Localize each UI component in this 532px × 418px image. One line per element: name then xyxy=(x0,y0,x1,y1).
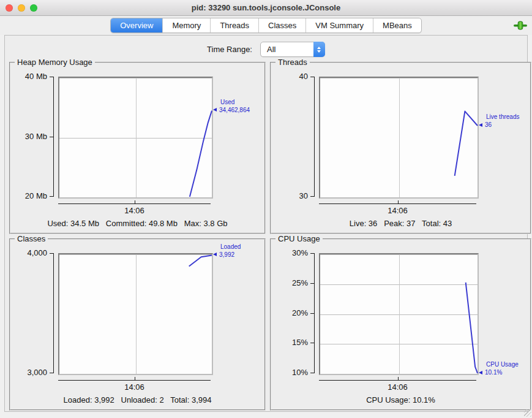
plot-area xyxy=(319,77,479,199)
y-tick xyxy=(310,77,315,77)
y-tick xyxy=(310,196,315,197)
current-value-arrow-icon xyxy=(213,253,217,256)
y-tick-label: 40 Mb xyxy=(13,72,47,81)
series-legend: Loaded3,992 xyxy=(213,243,241,259)
x-tick-label: 14:06 xyxy=(58,382,211,392)
x-tick xyxy=(135,377,135,380)
panel-title: CPU Usage xyxy=(275,234,323,243)
time-range-label: Time Range: xyxy=(207,45,252,54)
series-plot xyxy=(59,78,212,197)
series-plot xyxy=(59,254,212,374)
time-range-select[interactable]: All xyxy=(260,42,325,57)
y-tick xyxy=(310,253,315,254)
tab-group: OverviewMemoryThreadsClassesVM SummaryMB… xyxy=(110,18,422,33)
tab-classes[interactable]: Classes xyxy=(259,18,306,32)
x-axis xyxy=(58,380,211,381)
cpu-usage-panel: CPU Usage 30%25%20%15%10%14:06CPU Usage1… xyxy=(270,238,531,411)
close-button[interactable] xyxy=(6,4,13,12)
panel-title: Heap Memory Usage xyxy=(15,58,95,67)
tab-overview[interactable]: Overview xyxy=(111,18,163,32)
gridline xyxy=(59,374,212,374)
current-value-arrow-icon xyxy=(479,123,482,127)
plot-area xyxy=(319,253,479,375)
series-line-loaded xyxy=(189,256,212,267)
current-value-arrow-icon xyxy=(479,371,482,374)
legend-value-row: 10.1% xyxy=(479,368,519,376)
threads-chart: 403014:06Live threads36 xyxy=(274,73,528,215)
y-tick-label: 15% xyxy=(274,338,308,347)
panel-title: Threads xyxy=(275,58,310,67)
heap-memory-panel: Heap Memory Usage 40 Mb30 Mb20 Mb14:06Us… xyxy=(9,62,266,234)
tab-vm-summary[interactable]: VM Summary xyxy=(306,18,373,32)
tab-mbeans[interactable]: MBeans xyxy=(373,18,421,32)
y-tick-label: 25% xyxy=(274,278,308,287)
x-axis xyxy=(319,203,476,204)
jconsole-window: pid: 33290 sun.tools.jconsole.JConsole O… xyxy=(0,0,532,418)
series-legend: CPU Usage10.1% xyxy=(479,360,519,376)
x-tick-label: 14:06 xyxy=(319,382,476,392)
gridline xyxy=(320,374,478,374)
threads-stats: Live: 36 Peak: 37 Total: 43 xyxy=(271,219,530,228)
y-tick-label: 4,000 xyxy=(13,248,47,257)
y-tick xyxy=(310,313,315,314)
legend-series-name: CPU Usage xyxy=(486,360,519,368)
y-tick xyxy=(50,196,54,197)
legend-current-value: 34,462,864 xyxy=(219,106,250,114)
classes-stats: Loaded: 3,992 Unloaded: 2 Total: 3,994 xyxy=(10,395,264,405)
y-tick-label: 30% xyxy=(274,248,308,257)
legend-series-name: Used xyxy=(220,98,250,106)
y-tick-label: 10% xyxy=(274,368,308,377)
legend-current-value: 10.1% xyxy=(485,368,502,376)
y-axis xyxy=(53,253,54,373)
tab-threads[interactable]: Threads xyxy=(211,18,259,32)
series-legend: Live threads36 xyxy=(479,113,519,129)
traffic-lights xyxy=(6,0,37,15)
series-legend: Used34,462,864 xyxy=(213,98,250,114)
heap-memory-stats: Used: 34.5 Mb Committed: 49.8 Mb Max: 3.… xyxy=(10,219,264,228)
x-tick xyxy=(398,377,399,380)
legend-series-name: Live threads xyxy=(486,113,519,121)
cpu-usage-chart: 30%25%20%15%10%14:06CPU Usage10.1% xyxy=(274,249,528,392)
x-axis xyxy=(319,380,476,381)
series-plot xyxy=(320,254,478,374)
panel-title: Classes xyxy=(15,234,48,243)
connection-status-icon xyxy=(514,21,527,30)
x-tick xyxy=(398,200,399,203)
legend-current-value: 3,992 xyxy=(219,251,234,259)
series-line-used xyxy=(190,111,212,197)
y-axis xyxy=(314,77,315,196)
time-range-row: Time Range: All xyxy=(5,42,527,57)
y-tick xyxy=(310,343,315,343)
window-title: pid: 33290 sun.tools.jconsole.JConsole xyxy=(192,3,340,12)
legend-value-row: 34,462,864 xyxy=(213,106,250,114)
zoom-button[interactable] xyxy=(30,4,37,12)
y-tick xyxy=(310,373,315,373)
tab-bar: OverviewMemoryThreadsClassesVM SummaryMB… xyxy=(0,16,532,35)
y-tick xyxy=(50,373,54,373)
gridline xyxy=(320,197,478,198)
time-range-value: All xyxy=(261,45,313,54)
y-tick-label: 30 xyxy=(274,191,308,200)
cpu-usage-stats: CPU Usage: 10.1% xyxy=(271,395,530,405)
y-tick xyxy=(50,137,54,137)
y-tick xyxy=(50,253,54,254)
chevron-updown-icon xyxy=(313,42,325,57)
minimize-button[interactable] xyxy=(18,4,25,12)
x-axis xyxy=(58,203,211,204)
legend-value-row: 36 xyxy=(479,121,519,129)
y-tick-label: 20% xyxy=(274,308,308,317)
x-tick xyxy=(135,200,135,203)
legend-current-value: 36 xyxy=(485,121,492,129)
content-panel: Time Range: All Heap Memory Usage 40 Mb3… xyxy=(4,35,528,412)
y-tick-label: 30 Mb xyxy=(13,132,47,141)
series-line-cpu-usage xyxy=(466,283,478,373)
y-tick-label: 3,000 xyxy=(13,368,47,377)
series-line-live-threads xyxy=(455,112,478,176)
classes-panel: Classes 4,0003,00014:06Loaded3,992 Loade… xyxy=(9,238,266,411)
tab-memory[interactable]: Memory xyxy=(163,18,211,32)
threads-panel: Threads 403014:06Live threads36 Live: 36… xyxy=(270,62,531,234)
window-resize-grip[interactable] xyxy=(524,409,531,417)
y-tick-label: 40 xyxy=(274,72,308,81)
legend-series-name: Loaded xyxy=(220,243,241,251)
titlebar: pid: 33290 sun.tools.jconsole.JConsole xyxy=(0,0,532,16)
